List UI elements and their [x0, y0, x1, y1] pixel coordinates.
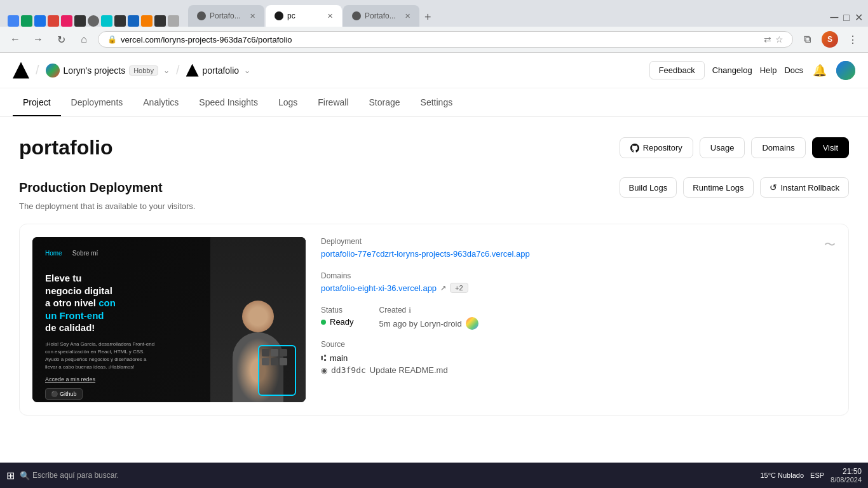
activity-icon: 〜	[824, 237, 836, 252]
commit-hash: dd3f9dc	[331, 365, 366, 375]
commit-message: Update README.md	[370, 365, 448, 375]
domain-plus-badge: +2	[450, 283, 468, 293]
created-item: Created ℹ 5m ago by Loryn-droid	[379, 306, 478, 330]
browser-tabs: Portafo... ✕ pc ✕ Portafo... ✕ + ─ □ ✕	[0, 0, 868, 27]
close-button[interactable]: ✕	[855, 11, 863, 24]
preview-card-overlay	[258, 345, 296, 396]
search-button[interactable]: 🔍 Escribe aquí para buscar.	[20, 471, 119, 480]
section-actions: Build Logs Runtime Logs ↺ Instant Rollba…	[620, 177, 849, 198]
status-value: Ready	[321, 317, 354, 327]
deployment-label: Deployment	[321, 237, 836, 246]
deployment-preview: Home Sobre mí Eleve tu negocio digital a…	[32, 237, 306, 402]
preview-photo	[210, 237, 306, 402]
preview-h-highlight: con	[98, 297, 116, 308]
user-avatar[interactable]	[836, 61, 855, 80]
repository-button[interactable]: Repository	[620, 137, 693, 158]
feedback-button[interactable]: Feedback	[649, 61, 705, 79]
instant-rollback-button[interactable]: ↺ Instant Rollback	[760, 177, 850, 198]
taskbar-right: 15°C Nublado ESP 21:50 8/08/2024	[760, 467, 862, 484]
rollback-label: Instant Rollback	[781, 183, 840, 193]
section-title: Production Deployment	[19, 180, 163, 195]
preview-inner: Home Sobre mí Eleve tu negocio digital a…	[32, 237, 306, 402]
menu-button[interactable]: ⋮	[844, 30, 862, 48]
project-selector[interactable]: Loryn's projects Hobby ⌄	[46, 64, 170, 78]
url-bar[interactable]: 🔒 vercel.com/loryns-projects-963da7c6/po…	[98, 31, 793, 48]
preview-accede-link[interactable]: Accede a mis redes	[45, 376, 198, 383]
tab-close-2[interactable]: ✕	[405, 12, 410, 20]
project-chevron-icon: ⌄	[163, 66, 170, 75]
repository-label: Repository	[643, 143, 682, 152]
rollback-icon: ↺	[770, 182, 777, 193]
preview-h5: de calidad!	[45, 322, 95, 333]
browser-tab-inactive2[interactable]: Portafo... ✕	[343, 5, 419, 27]
production-section: Production Deployment Build Logs Runtime…	[19, 177, 849, 416]
usage-button[interactable]: Usage	[700, 137, 745, 158]
source-label: Source	[321, 340, 836, 349]
hobby-badge: Hobby	[129, 65, 158, 76]
star-icon: ☆	[775, 34, 783, 44]
tab-analytics[interactable]: Analytics	[133, 88, 189, 116]
author-avatar	[466, 317, 478, 330]
project-name: Loryn's projects	[64, 65, 126, 76]
section-header: Production Deployment Build Logs Runtime…	[19, 177, 849, 198]
maximize-button[interactable]: □	[843, 12, 850, 24]
tab-settings[interactable]: Settings	[410, 88, 463, 116]
portafolio-selector[interactable]: portafolio ⌄	[186, 64, 251, 77]
browser-frame: Portafo... ✕ pc ✕ Portafo... ✕ + ─ □ ✕ ←…	[0, 0, 868, 488]
minimize-button[interactable]: ─	[831, 11, 839, 24]
project-icon	[46, 64, 60, 78]
domains-section: Domains portafolio-eight-xi-36.vercel.ap…	[321, 271, 836, 293]
browser-tab-active[interactable]: pc ✕	[266, 5, 342, 27]
preview-h2: negocio digital	[45, 285, 112, 296]
browser-right-icons: ⧉ S ⋮	[798, 30, 862, 48]
preview-body: ¡Hola! Soy Ana García, desarrolladora Fr…	[45, 341, 159, 371]
forward-button[interactable]: →	[29, 30, 47, 48]
visit-button[interactable]: Visit	[812, 137, 849, 158]
nav-tabs: Project Deployments Analytics Speed Insi…	[0, 88, 868, 117]
refresh-button[interactable]: ↻	[52, 30, 70, 48]
tab-deployments[interactable]: Deployments	[61, 88, 133, 116]
branch-icon: ⑆	[321, 353, 326, 363]
runtime-logs-button[interactable]: Runtime Logs	[683, 177, 753, 198]
tab-logs[interactable]: Logs	[268, 88, 308, 116]
preview-h4: un Front-end	[45, 310, 104, 321]
changelog-link[interactable]: Changelog	[712, 65, 752, 75]
help-link[interactable]: Help	[760, 65, 777, 75]
back-button[interactable]: ←	[6, 30, 24, 48]
profile-avatar: S	[822, 31, 838, 48]
start-button[interactable]: ⊞	[6, 470, 15, 482]
tab-close-active[interactable]: ✕	[327, 12, 333, 20]
tab-close[interactable]: ✕	[250, 12, 255, 20]
lock-icon: 🔒	[107, 35, 117, 44]
vercel-logo	[13, 62, 29, 79]
tab-storage[interactable]: Storage	[359, 88, 410, 116]
tab-project[interactable]: Project	[13, 88, 61, 116]
deployment-url-link[interactable]: portafolio-77e7cdzrt-loryns-projects-963…	[321, 249, 530, 259]
browser-tab-inactive1[interactable]: Portafo... ✕	[188, 5, 264, 27]
home-button[interactable]: ⌂	[75, 30, 93, 48]
docs-link[interactable]: Docs	[784, 65, 803, 75]
domains-button[interactable]: Domains	[751, 137, 805, 158]
search-placeholder: Escribe aquí para buscar.	[32, 471, 119, 480]
browser-toolbar: ← → ↻ ⌂ 🔒 vercel.com/loryns-projects-963…	[0, 27, 868, 53]
separator-1: /	[36, 63, 39, 78]
profile-button[interactable]: S	[821, 30, 839, 48]
source-commit: ◉ dd3f9dc Update README.md	[321, 365, 836, 375]
info-icon[interactable]: ℹ	[409, 306, 411, 315]
preview-github-btn[interactable]: ⚫ Github	[45, 388, 83, 400]
taskbar-temp: 15°C Nublado	[760, 471, 804, 479]
add-tab-button[interactable]: +	[421, 11, 435, 24]
commit-icon: ◉	[321, 366, 327, 375]
deployment-info: 〜 Deployment portafolio-77e7cdzrt-loryns…	[321, 237, 836, 402]
notification-icon[interactable]: 🔔	[811, 62, 829, 79]
translate-icon: ⇄	[764, 34, 771, 44]
preview-github-label: Github	[60, 391, 77, 397]
separator-2: /	[176, 63, 180, 78]
build-logs-button[interactable]: Build Logs	[620, 177, 677, 198]
extensions-button[interactable]: ⧉	[798, 30, 816, 48]
tab-firewall[interactable]: Firewall	[308, 88, 358, 116]
tab-speed-insights[interactable]: Speed Insights	[189, 88, 268, 116]
preview-h1: Eleve tu	[45, 273, 82, 283]
created-info: 5m ago by Loryn-droid	[379, 317, 478, 330]
primary-domain-link[interactable]: portafolio-eight-xi-36.vercel.app	[321, 283, 437, 293]
